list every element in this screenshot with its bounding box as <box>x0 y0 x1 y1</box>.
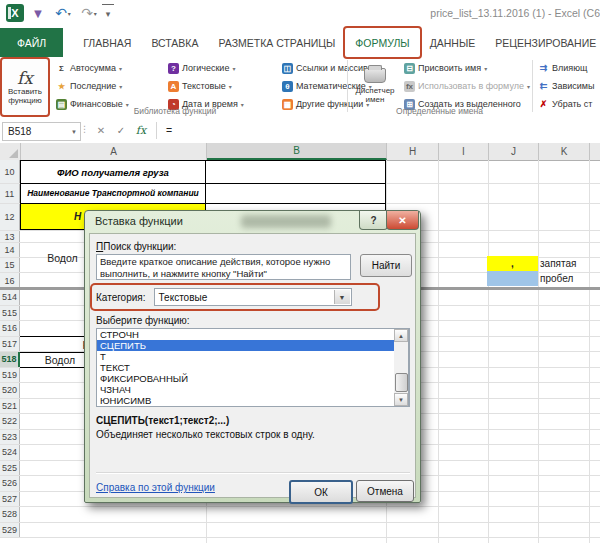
cell-k16[interactable]: пробел <box>540 271 595 286</box>
column-header[interactable]: I <box>439 143 489 160</box>
enter-entry-icon[interactable]: ✓ <box>112 122 130 139</box>
function-list-item[interactable]: ФИКСИРОВАННЫЙ <box>97 373 409 384</box>
listbox-scrollbar[interactable]: ▲ ▼ <box>394 328 409 407</box>
select-all-corner[interactable] <box>0 143 21 160</box>
row-header[interactable]: 517 <box>0 337 20 352</box>
column-header[interactable]: J <box>489 143 539 160</box>
insert-function-button[interactable]: fx Вставить функцию <box>2 59 48 115</box>
ribbon-button[interactable]: fx Использовать в формуле ▾ <box>404 78 530 94</box>
dialog-close-icon[interactable]: ✕ <box>386 211 419 230</box>
select-function-label: Выберите функцию: <box>96 315 190 326</box>
category-dropdown[interactable]: Текстовые ▼ <box>154 288 352 306</box>
function-list-item[interactable]: Т <box>97 351 409 362</box>
ok-button[interactable]: ОК <box>289 480 353 504</box>
cell-j15-yellow-comma[interactable]: , <box>487 256 538 271</box>
cell-a11[interactable]: Наименование Транспортной компании <box>20 183 206 204</box>
ribbon-button-label: Последние <box>70 81 116 91</box>
row-header[interactable]: 525 <box>0 461 20 476</box>
ribbon-button[interactable]: ✗ Убрать ст <box>538 96 594 112</box>
ribbon-tab[interactable]: ГЛАВНАЯ <box>73 28 141 57</box>
function-list-item[interactable]: СТРОЧН <box>97 329 409 340</box>
row-header[interactable]: 13 <box>0 231 20 242</box>
find-button[interactable]: Найти <box>360 254 412 277</box>
scrollbar-thumb[interactable] <box>395 373 408 392</box>
undo-dropdown-icon[interactable]: ▾ <box>68 10 71 17</box>
row-header[interactable]: 14 <box>0 243 20 257</box>
function-category-icon: Σ <box>56 63 67 74</box>
cell-b10[interactable] <box>205 160 386 184</box>
row-header[interactable]: 522 <box>0 414 20 429</box>
ribbon-button[interactable]: ⇉ Влияющ <box>538 60 594 76</box>
row-header[interactable]: 518 <box>0 352 20 367</box>
function-list-item[interactable]: ТЕКСТ <box>97 362 409 373</box>
row-header[interactable]: 523 <box>0 430 20 445</box>
function-list-item[interactable]: ЧЗНАЧ <box>97 384 409 395</box>
save-icon[interactable]: ▼ <box>30 4 46 22</box>
row-header[interactable]: 11 <box>0 184 20 203</box>
ribbon-tab[interactable]: РАЗМЕТКА СТРАНИЦЫ <box>208 28 345 57</box>
formula-input[interactable]: = <box>166 124 172 136</box>
undo-glyph: ↶ <box>55 5 67 21</box>
tab-file[interactable]: ФАЙЛ <box>0 28 63 57</box>
column-header[interactable]: H <box>387 143 439 160</box>
ribbon-tab[interactable]: ФОРМУЛЫ <box>345 28 419 57</box>
insert-function-icon[interactable]: fx <box>132 122 150 139</box>
column-header[interactable]: K <box>539 143 590 160</box>
cell-j16-blue-space[interactable] <box>487 271 538 286</box>
dialog-help-button[interactable]: ? <box>359 211 388 230</box>
row-header[interactable]: 15 <box>0 258 20 272</box>
cell-k15[interactable]: запятая <box>540 256 595 271</box>
name-box[interactable]: B518▼ <box>2 122 81 141</box>
redo-dropdown-icon[interactable]: ▾ <box>94 10 97 17</box>
ribbon-button[interactable]: ★ Последние ▾ <box>56 78 129 94</box>
column-header[interactable]: B <box>207 143 387 160</box>
defined-names-icon: ⊟ <box>404 63 415 74</box>
row-header[interactable]: 12 <box>0 204 20 230</box>
function-list-item[interactable]: СЦЕПИТЬ <box>97 340 409 351</box>
scroll-up-icon[interactable]: ▲ <box>394 329 408 342</box>
ribbon-tab[interactable]: ВСТАВКА <box>141 28 208 57</box>
row-header[interactable]: 520 <box>0 383 20 398</box>
column-header[interactable]: A <box>21 143 207 160</box>
name-manager-icon <box>364 68 386 83</box>
function-category-icon: ★ <box>56 81 67 92</box>
row-header[interactable]: 521 <box>0 399 20 414</box>
function-list-item[interactable]: ЮНИСИМВ <box>97 395 409 406</box>
ribbon-button[interactable]: ⇇ Зависимы <box>538 78 594 94</box>
row-header[interactable]: 527 <box>0 492 20 507</box>
ribbon-tab[interactable]: ДАННЫЕ <box>420 28 486 57</box>
redo-icon[interactable]: ↷▾ <box>78 4 100 22</box>
column-header[interactable] <box>590 143 600 160</box>
name-box-dropdown-icon[interactable]: ▼ <box>71 129 77 135</box>
formula-bar: B518▼ ⋮ ✕ ✓ fx = <box>0 119 600 144</box>
dropdown-arrow-icon[interactable]: ▼ <box>334 290 350 304</box>
ribbon-button[interactable]: ? Логические ▾ <box>168 60 244 76</box>
row-header[interactable]: 515 <box>0 306 20 321</box>
cancel-entry-icon[interactable]: ✕ <box>92 122 110 139</box>
cell-a10[interactable]: ФИО получателя груза <box>20 160 206 184</box>
scroll-down-icon[interactable]: ▼ <box>394 393 408 406</box>
ribbon-button[interactable]: ⊟ Присвоить имя ▾ <box>404 60 530 76</box>
row-header[interactable]: 526 <box>0 476 20 491</box>
row-header[interactable]: 10 <box>0 160 20 183</box>
row-header[interactable]: 516 <box>0 321 20 336</box>
row-header[interactable]: 514 <box>0 290 20 305</box>
function-category-icon: ◫ <box>282 63 293 74</box>
function-search-input[interactable]: Введите краткое описание действия, котор… <box>96 254 351 280</box>
qat-customize-icon[interactable]: ▾ <box>102 4 114 23</box>
ribbon-button[interactable]: Σ Автосумма ▾ <box>56 60 129 76</box>
ribbon-tab[interactable]: РЕЦЕНЗИРОВАНИЕ <box>485 28 600 57</box>
function-help-link[interactable]: Справка по этой функции <box>96 482 215 493</box>
row-header[interactable]: 519 <box>0 368 20 383</box>
formula-bar-separator <box>156 122 157 139</box>
function-signature: СЦЕПИТЬ(текст1;текст2;...) <box>96 415 229 426</box>
row-header[interactable]: 529 <box>0 523 20 538</box>
undo-icon[interactable]: ↶▾ <box>52 4 74 22</box>
row-header[interactable]: 16 <box>0 273 20 288</box>
row-header[interactable]: 524 <box>0 445 20 460</box>
row-header[interactable]: 528 <box>0 507 20 522</box>
cancel-button[interactable]: Отмена <box>356 480 414 502</box>
cell-b11[interactable] <box>205 183 386 204</box>
ribbon-button[interactable]: A Текстовые ▾ <box>168 78 244 94</box>
name-manager-button[interactable]: Диспетчер имен <box>352 61 398 111</box>
